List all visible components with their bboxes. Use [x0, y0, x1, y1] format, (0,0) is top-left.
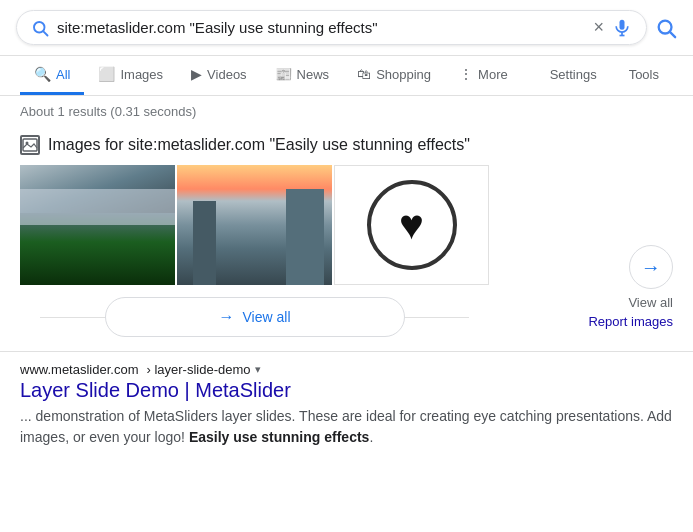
- tab-images-label: Images: [120, 67, 163, 82]
- view-all-button[interactable]: → View all: [105, 297, 405, 337]
- tab-all-label: All: [56, 67, 70, 82]
- view-all-btn-label: View all: [243, 309, 291, 325]
- view-all-arrow-icon: →: [219, 308, 235, 326]
- report-images-link[interactable]: Report images: [588, 314, 673, 329]
- image-section-icon: [20, 135, 40, 155]
- shopping-icon: 🛍: [357, 66, 371, 82]
- images-icon: ⬜: [98, 66, 115, 82]
- result-title[interactable]: Layer Slide Demo | MetaSlider: [20, 379, 673, 402]
- thumbnail-heart[interactable]: ♥: [334, 165, 489, 285]
- side-panel: → View all Report images: [588, 245, 673, 337]
- tab-more-label: More: [478, 67, 508, 82]
- search-submit-icon: [655, 17, 677, 39]
- news-icon: 📰: [275, 66, 292, 82]
- images-content-row: ♥ → View all → View all Report images: [20, 165, 673, 337]
- heart-icon: ♥: [399, 204, 424, 246]
- heart-circle: ♥: [367, 180, 457, 270]
- result-url-path: › layer-slide-demo: [146, 362, 250, 377]
- search-submit-btn[interactable]: [655, 17, 677, 39]
- result-snippet: ... demonstration of MetaSliders layer s…: [20, 406, 673, 448]
- tab-settings[interactable]: Settings: [536, 57, 611, 95]
- side-view-all-btn[interactable]: →: [629, 245, 673, 289]
- side-view-all-label: View all: [628, 295, 673, 310]
- mic-icon: [612, 18, 632, 38]
- tab-tools-label: Tools: [629, 67, 659, 82]
- tab-news[interactable]: 📰 News: [261, 56, 344, 95]
- search-icon: [31, 19, 49, 37]
- tab-settings-label: Settings: [550, 67, 597, 82]
- tab-news-label: News: [297, 67, 330, 82]
- tab-tools[interactable]: Tools: [615, 57, 673, 95]
- result-stats: About 1 results (0.31 seconds): [0, 96, 693, 127]
- images-header: Images for site:metaslider.com "Easily u…: [20, 135, 673, 155]
- images-left: ♥ → View all: [20, 165, 489, 337]
- clear-icon[interactable]: ×: [593, 17, 604, 38]
- videos-icon: ▶: [191, 66, 202, 82]
- images-header-text: Images for site:metaslider.com "Easily u…: [48, 136, 470, 154]
- tab-all[interactable]: 🔍 All: [20, 56, 84, 95]
- result-url-dropdown-icon[interactable]: ▾: [255, 363, 261, 376]
- mic-icon-btn[interactable]: [612, 18, 632, 38]
- thumbnail-forest[interactable]: [20, 165, 175, 285]
- nav-right: Settings Tools: [536, 57, 673, 95]
- tab-videos[interactable]: ▶ Videos: [177, 56, 261, 95]
- nav-tabs: 🔍 All ⬜ Images ▶ Videos 📰 News 🛍 Shoppin…: [0, 56, 693, 96]
- images-section: Images for site:metaslider.com "Easily u…: [0, 127, 693, 337]
- svg-line-1: [43, 31, 47, 35]
- tab-shopping-label: Shopping: [376, 67, 431, 82]
- tab-videos-label: Videos: [207, 67, 247, 82]
- result-url: www.metaslider.com › layer-slide-demo ▾: [20, 362, 673, 377]
- thumbnail-city[interactable]: [177, 165, 332, 285]
- snippet-bold: Easily use stunning effects: [189, 429, 370, 445]
- all-icon: 🔍: [34, 66, 51, 82]
- search-result-0: www.metaslider.com › layer-slide-demo ▾ …: [0, 352, 693, 458]
- view-all-bar: → View all: [40, 297, 469, 337]
- search-input-wrapper[interactable]: ×: [16, 10, 647, 45]
- tab-more[interactable]: ⋮ More: [445, 56, 522, 95]
- svg-line-8: [670, 32, 675, 37]
- svg-rect-2: [620, 19, 625, 29]
- result-url-domain: www.metaslider.com: [20, 362, 138, 377]
- search-icon-btn[interactable]: [31, 19, 49, 37]
- more-icon: ⋮: [459, 66, 473, 82]
- tab-shopping[interactable]: 🛍 Shopping: [343, 56, 445, 95]
- search-bar: ×: [0, 0, 693, 56]
- thumbnail-row: ♥: [20, 165, 489, 285]
- side-view-all: → View all: [628, 245, 673, 310]
- tab-images[interactable]: ⬜ Images: [84, 56, 177, 95]
- search-input[interactable]: [57, 19, 585, 36]
- snippet-text-after: .: [369, 429, 373, 445]
